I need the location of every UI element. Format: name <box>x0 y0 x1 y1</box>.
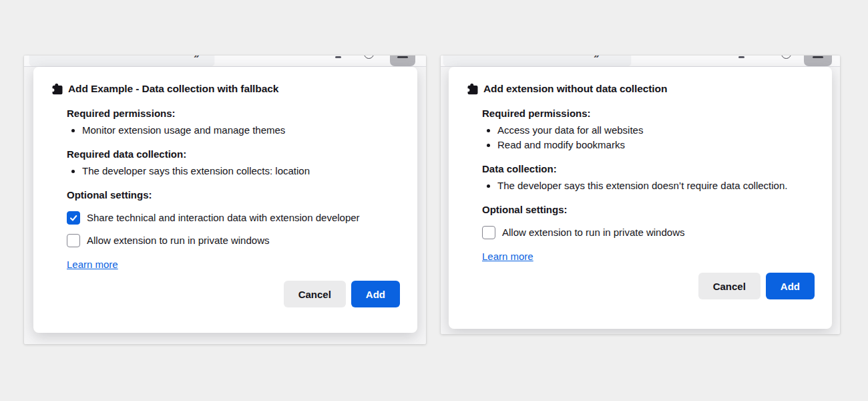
extension-puzzle-icon <box>466 82 479 96</box>
data-collection-list: The developer says this extension collec… <box>67 164 400 178</box>
cancel-button[interactable]: Cancel <box>698 273 761 299</box>
menu-button[interactable] <box>390 55 415 66</box>
checkbox-label: Share technical and interaction data wit… <box>87 211 360 225</box>
cancel-button[interactable]: Cancel <box>284 281 346 307</box>
toolbar-icon-fragment <box>335 56 341 58</box>
data-collection-heading: Required data collection: <box>67 148 400 161</box>
data-collection-heading: Data collection: <box>482 162 815 176</box>
optional-settings-heading: Optional settings: <box>482 203 815 217</box>
extension-install-dialog: Add extension without data collection Re… <box>449 67 832 329</box>
browser-toolbar: » <box>441 55 840 67</box>
menu-icon <box>813 56 823 58</box>
dialog-header: Add Example - Data collection with fallb… <box>51 82 400 96</box>
menu-button[interactable] <box>804 55 832 66</box>
add-button[interactable]: Add <box>766 273 815 299</box>
data-collection-list: The developer says this extension doesn’… <box>482 178 815 193</box>
checkmark-icon <box>69 213 78 223</box>
data-collection-item: The developer says this extension collec… <box>82 164 400 178</box>
page-background: » Add Example - Data collection with fal… <box>0 0 868 401</box>
checkbox-row-share-data[interactable]: Share technical and interaction data wit… <box>67 211 400 225</box>
permissions-list: Access your data for all websites Read a… <box>482 123 815 152</box>
private-windows-checkbox[interactable] <box>482 226 495 239</box>
dialog-button-row: Cancel Add <box>482 273 815 299</box>
permissions-heading: Required permissions: <box>482 107 815 120</box>
share-data-checkbox[interactable] <box>67 211 80 225</box>
dialog-title: Add extension without data collection <box>483 82 667 96</box>
browser-toolbar: » <box>24 55 426 67</box>
menu-icon <box>397 56 408 58</box>
dialog-header: Add extension without data collection <box>466 82 815 96</box>
optional-settings-heading: Optional settings: <box>67 188 400 202</box>
dialog-button-row: Cancel Add <box>67 281 400 307</box>
checkbox-row-private-windows[interactable]: Allow extension to run in private window… <box>482 225 815 239</box>
permission-item: Read and modify bookmarks <box>497 138 815 152</box>
permissions-list: Monitor extension usage and manage theme… <box>67 123 400 138</box>
toolbar-icon-fragment <box>738 56 744 58</box>
extension-puzzle-icon <box>51 82 64 96</box>
account-icon[interactable] <box>364 55 374 59</box>
overflow-chevron-icon: » <box>594 55 600 60</box>
data-collection-item: The developer says this extension doesn’… <box>497 178 815 193</box>
account-icon[interactable] <box>781 55 791 59</box>
browser-window-right: » Add extension without data collection … <box>441 55 840 334</box>
checkbox-label: Allow extension to run in private window… <box>87 233 269 247</box>
url-bar[interactable] <box>443 55 631 66</box>
overflow-chevron-icon: » <box>194 55 200 60</box>
extension-install-dialog: Add Example - Data collection with fallb… <box>33 67 417 333</box>
permissions-heading: Required permissions: <box>67 107 400 120</box>
learn-more-link[interactable]: Learn more <box>67 258 118 271</box>
private-windows-checkbox[interactable] <box>67 234 80 247</box>
checkbox-label: Allow extension to run in private window… <box>502 225 684 239</box>
dialog-title: Add Example - Data collection with fallb… <box>68 82 278 96</box>
browser-window-left: » Add Example - Data collection with fal… <box>24 55 426 344</box>
permission-item: Monitor extension usage and manage theme… <box>82 123 400 138</box>
url-bar[interactable] <box>29 55 214 66</box>
add-button[interactable]: Add <box>351 281 400 307</box>
learn-more-link[interactable]: Learn more <box>482 250 533 263</box>
checkbox-row-private-windows[interactable]: Allow extension to run in private window… <box>67 233 400 247</box>
permission-item: Access your data for all websites <box>497 123 815 138</box>
